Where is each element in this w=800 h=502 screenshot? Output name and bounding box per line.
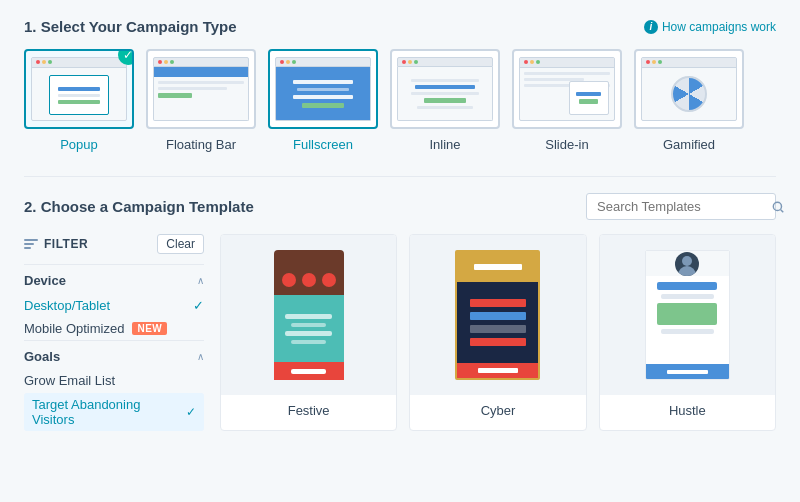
goals-filter-title: Goals — [24, 349, 60, 364]
device-option-desktop[interactable]: Desktop/Tablet ✓ — [24, 294, 204, 317]
filter-line2 — [24, 243, 34, 245]
desktop-check-icon: ✓ — [193, 298, 204, 313]
slidein-card — [569, 81, 609, 115]
section-divider — [24, 176, 776, 177]
inline-bar1 — [411, 79, 479, 82]
campaign-type-slide-in[interactable]: Slide-in — [512, 49, 622, 152]
gamified-browser-bar — [642, 58, 735, 68]
dot-yellow — [164, 60, 168, 64]
svg-line-1 — [781, 209, 784, 212]
floatbar-line1 — [158, 81, 243, 84]
hustle-avatar — [675, 252, 699, 276]
gamified-wheel — [671, 76, 707, 112]
svg-point-0 — [773, 202, 781, 210]
goal-item-grow-email[interactable]: Grow Email List — [24, 370, 204, 391]
clear-filter-button[interactable]: Clear — [157, 234, 204, 254]
dot-green — [536, 60, 540, 64]
main-content: FILTER Clear Device ∧ Desktop/Tablet ✓ M… — [24, 234, 776, 431]
hustle-btn-bar — [667, 370, 709, 374]
inline-illustration — [397, 57, 492, 122]
popup-label: Popup — [60, 137, 98, 152]
festive-illustration — [266, 250, 351, 380]
grow-email-label: Grow Email List — [24, 373, 115, 388]
floatbar-bar — [154, 67, 247, 77]
dot-red — [524, 60, 528, 64]
hustle-illustration — [645, 250, 730, 380]
fullscreen-illustration — [275, 57, 370, 122]
search-box — [586, 193, 776, 220]
info-icon: i — [644, 20, 658, 34]
festive-bar4 — [291, 340, 326, 344]
festive-circles — [282, 273, 336, 287]
slidein-browser-bar — [520, 58, 613, 68]
popup-bar3 — [58, 100, 100, 104]
search-icon — [771, 200, 785, 214]
hustle-top — [646, 251, 729, 276]
section2-title: 2. Choose a Campaign Template — [24, 198, 254, 215]
mobile-optimized-row[interactable]: Mobile Optimized NEW — [24, 317, 204, 340]
target-abandoning-check-icon: ✓ — [186, 405, 196, 419]
inline-browser-bar — [397, 57, 492, 67]
template-card-cyber[interactable]: Cyber — [409, 234, 586, 431]
fs-bar-green — [302, 103, 345, 108]
campaign-type-popup[interactable]: ✓ Popup — [24, 49, 134, 152]
campaign-type-fullscreen[interactable]: Fullscreen — [268, 49, 378, 152]
campaign-type-list: ✓ Popup — [24, 49, 776, 152]
popup-bar1 — [58, 87, 100, 91]
how-link-text: How campaigns work — [662, 20, 776, 34]
slidein-card-bar1 — [576, 92, 602, 96]
fullscreen-thumb — [268, 49, 378, 129]
cyber-thumb — [410, 235, 585, 395]
cyber-name: Cyber — [410, 395, 585, 426]
campaign-type-inline[interactable]: Inline — [390, 49, 500, 152]
device-filter-title: Device — [24, 273, 66, 288]
cyber-illustration — [455, 250, 540, 380]
inline-bar2 — [411, 92, 479, 95]
festive-circle3 — [322, 273, 336, 287]
goal-item-target-abandoning[interactable]: Target Abandoning Visitors ✓ — [24, 393, 204, 431]
section2-header: 2. Choose a Campaign Template — [24, 193, 776, 220]
cyber-row2 — [470, 312, 525, 320]
section1-header: 1. Select Your Campaign Type i How campa… — [24, 18, 776, 35]
template-card-festive[interactable]: Festive — [220, 234, 397, 431]
gamified-illustration — [641, 57, 736, 122]
template-grid: Festive — [220, 234, 776, 431]
festive-bottom — [274, 362, 344, 380]
popup-thumb: ✓ — [24, 49, 134, 129]
festive-body — [274, 295, 344, 362]
slidein-line2 — [524, 78, 584, 81]
cyber-row1 — [470, 299, 525, 307]
inline-thumb — [390, 49, 500, 129]
search-input[interactable] — [597, 199, 765, 214]
dot-yellow — [652, 60, 656, 64]
campaign-type-floating-bar[interactable]: Floating Bar — [146, 49, 256, 152]
gamified-label: Gamified — [663, 137, 715, 152]
popup-illustration — [31, 57, 126, 122]
gamified-thumb — [634, 49, 744, 129]
floatbar-line2 — [158, 87, 226, 90]
how-campaigns-link[interactable]: i How campaigns work — [644, 20, 776, 34]
slide-in-label: Slide-in — [545, 137, 588, 152]
campaign-type-gamified[interactable]: Gamified — [634, 49, 744, 152]
festive-circle1 — [282, 273, 296, 287]
hustle-bar-blue — [657, 282, 717, 290]
cyber-top-bar — [474, 264, 523, 270]
dot-green — [658, 60, 662, 64]
dot-red — [402, 60, 406, 64]
template-card-hustle[interactable]: Hustle — [599, 234, 776, 431]
desktop-tablet-label: Desktop/Tablet — [24, 298, 110, 313]
hustle-avatar-head — [682, 256, 692, 266]
slide-in-thumb — [512, 49, 622, 129]
cyber-row3 — [470, 325, 525, 333]
popup-modal — [49, 75, 109, 115]
goals-filter-header[interactable]: Goals ∧ — [24, 340, 204, 370]
slidein-line1 — [524, 72, 609, 75]
floatbar-line-green — [158, 93, 192, 98]
dot-yellow — [408, 60, 412, 64]
dot-red — [158, 60, 162, 64]
floatbar-browser-bar — [153, 57, 248, 67]
device-filter-header[interactable]: Device ∧ — [24, 264, 204, 294]
dot-yellow — [42, 60, 46, 64]
gamified-wheel-area — [642, 68, 735, 112]
cyber-bottom — [457, 363, 538, 378]
